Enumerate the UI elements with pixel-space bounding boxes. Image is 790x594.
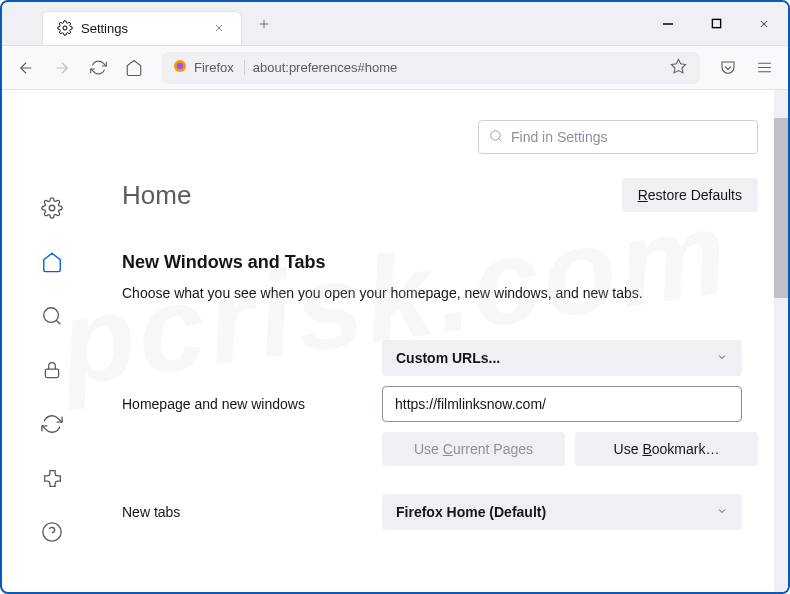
section-description: Choose what you see when you open your h…: [122, 283, 758, 304]
settings-sidebar: [2, 90, 102, 592]
main-content: Find in Settings Home Restore Defaults N…: [102, 90, 788, 592]
homepage-mode-select[interactable]: Custom URLs...: [382, 340, 742, 376]
chevron-down-icon: [716, 350, 728, 366]
svg-rect-1: [712, 19, 720, 27]
sidebar-item-general[interactable]: [34, 190, 70, 226]
title-bar: Settings: [2, 2, 788, 46]
search-placeholder: Find in Settings: [511, 129, 608, 145]
url-bar[interactable]: Firefox about:preferences#home: [162, 52, 700, 84]
use-current-pages-button[interactable]: Use Current Pages: [382, 432, 565, 466]
svg-point-8: [491, 130, 500, 139]
browser-tab[interactable]: Settings: [42, 11, 242, 45]
search-icon: [489, 129, 503, 146]
sidebar-item-help[interactable]: [34, 514, 70, 550]
restore-defaults-button[interactable]: Restore Defaults: [622, 178, 758, 212]
scrollbar-thumb[interactable]: [774, 118, 788, 298]
close-icon[interactable]: [211, 20, 227, 36]
svg-point-5: [44, 308, 59, 323]
new-tab-button[interactable]: [250, 10, 278, 38]
identity-box[interactable]: Firefox: [172, 58, 245, 78]
pocket-button[interactable]: [712, 52, 744, 84]
svg-point-4: [49, 205, 55, 211]
svg-point-0: [63, 26, 67, 30]
select-value: Firefox Home (Default): [396, 504, 546, 520]
section-title: New Windows and Tabs: [122, 252, 758, 273]
identity-label: Firefox: [194, 60, 245, 75]
window-controls: [644, 3, 788, 45]
scrollbar[interactable]: [774, 90, 788, 592]
reload-button[interactable]: [82, 52, 114, 84]
newtabs-label: New tabs: [122, 504, 382, 520]
tab-title: Settings: [81, 21, 203, 36]
navigation-toolbar: Firefox about:preferences#home: [2, 46, 788, 90]
back-button[interactable]: [10, 52, 42, 84]
sidebar-item-home[interactable]: [34, 244, 70, 280]
svg-rect-6: [45, 369, 58, 377]
maximize-button[interactable]: [692, 3, 740, 45]
use-bookmark-button[interactable]: Use Bookmark…: [575, 432, 758, 466]
close-button[interactable]: [740, 3, 788, 45]
minimize-button[interactable]: [644, 3, 692, 45]
svg-point-7: [43, 523, 61, 541]
homepage-label: Homepage and new windows: [122, 396, 382, 412]
sidebar-item-extensions[interactable]: [34, 460, 70, 496]
sidebar-item-sync[interactable]: [34, 406, 70, 442]
homepage-url-input[interactable]: [382, 386, 742, 422]
chevron-down-icon: [716, 504, 728, 520]
select-value: Custom URLs...: [396, 350, 500, 366]
sidebar-item-search[interactable]: [34, 298, 70, 334]
home-button[interactable]: [118, 52, 150, 84]
bookmark-star-icon[interactable]: [670, 58, 690, 78]
url-text: about:preferences#home: [253, 60, 662, 75]
firefox-icon: [172, 58, 188, 78]
sidebar-item-privacy[interactable]: [34, 352, 70, 388]
gear-icon: [57, 20, 73, 36]
search-input[interactable]: Find in Settings: [478, 120, 758, 154]
svg-point-3: [177, 62, 184, 69]
forward-button[interactable]: [46, 52, 78, 84]
page-title: Home: [122, 180, 191, 211]
menu-button[interactable]: [748, 52, 780, 84]
newtabs-select[interactable]: Firefox Home (Default): [382, 494, 742, 530]
